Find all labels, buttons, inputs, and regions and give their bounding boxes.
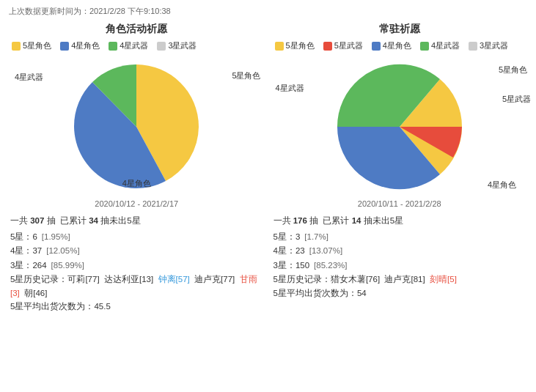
right-chart-section: 常驻祈愿 5星角色 5星武器 4星角色 4星武器 3星武器 (272, 23, 528, 314)
right-legend-color-5star-weapon (323, 42, 332, 51)
right-chart-title: 常驻祈愿 (272, 23, 528, 36)
left-history-甘雨: 甘雨[3] (10, 275, 257, 297)
legend-label-3star-weapon: 3星武器 (168, 40, 197, 51)
right-pie-label-4star-weapon: 4星武器 (276, 83, 304, 94)
legend-label-4star-weapon: 4星武器 (120, 40, 148, 51)
right-stats: 一共 176 抽 已累计 14 抽未出5星 5星：3 [1.7%] 4星：23 … (272, 214, 528, 300)
legend-label-4star-char: 4星角色 (71, 40, 100, 51)
right-legend-color-4star-char (372, 42, 381, 51)
right-star5-row: 5星：3 [1.7%] (273, 230, 528, 245)
right-star3-row: 3星：150 [85.23%] (273, 259, 528, 273)
right-legend-color-4star-weapon (420, 42, 429, 51)
right-pie-label-5star-weapon: 5星武器 (502, 94, 531, 105)
left-chart-title: 角色活动祈愿 (9, 23, 265, 36)
right-legend-5star-char: 5星角色 (275, 40, 315, 51)
right-avg: 5星平均出货次数为：54 (273, 286, 528, 301)
right-legend-label-4star-char: 4星角色 (383, 40, 411, 51)
charts-container: 角色活动祈愿 5星角色 4星角色 4星武器 3星武器 (9, 23, 527, 314)
left-total: 一共 307 抽 已累计 34 抽未出5星 (10, 214, 265, 229)
legend-item-5star-char: 5星角色 (12, 40, 51, 51)
left-stats: 一共 307 抽 已累计 34 抽未出5星 5星：6 [1.95%] 4星：37… (9, 214, 265, 314)
pie-label-4star-weapon-left: 4星武器 (15, 72, 43, 83)
right-pie-label-5star-char: 5星角色 (499, 64, 527, 75)
pie-label-4star-char-left: 4星角色 (122, 178, 151, 189)
left-date-range: 2020/10/12 - 2021/2/17 (9, 199, 265, 208)
right-legend-color-3star-weapon (469, 42, 477, 51)
right-pie-svg (326, 61, 473, 193)
last-update-text: 上次数据更新时间为：2021/2/28 下午9:10:38 (9, 7, 171, 15)
legend-label-5star-char: 5星角色 (23, 40, 51, 51)
left-avg: 5星平均出货次数为：45.5 (10, 300, 265, 314)
legend-item-4star-weapon: 4星武器 (109, 40, 148, 51)
right-legend-4star-char: 4星角色 (372, 40, 411, 51)
right-legend-color-5star-char (275, 42, 284, 51)
right-pie-container: 4星武器 5星角色 5星武器 4星角色 (272, 57, 528, 196)
legend-color-4star-char (60, 42, 69, 51)
right-total: 一共 176 抽 已累计 14 抽未出5星 (273, 214, 528, 229)
legend-color-4star-weapon (109, 42, 117, 51)
right-history-刻晴: 刻晴[5] (430, 275, 457, 284)
right-legend-5star-weapon: 5星武器 (323, 40, 363, 51)
right-date-range: 2020/10/11 - 2021/2/28 (272, 199, 528, 208)
left-chart-legend: 5星角色 4星角色 4星武器 3星武器 (9, 40, 265, 51)
legend-color-3star-weapon (157, 42, 166, 51)
left-star3-row: 3星：264 [85.99%] (10, 259, 265, 273)
left-history-钟离: 钟离[57] (158, 275, 190, 284)
right-star4-row: 4星：23 [13.07%] (273, 244, 528, 259)
left-star4-row: 4星：37 [12.05%] (10, 244, 265, 259)
legend-color-5star-char (12, 42, 21, 51)
legend-item-3star-weapon: 3星武器 (157, 40, 197, 51)
right-legend-3star-weapon: 3星武器 (469, 40, 508, 51)
right-legend-label-5star-weapon: 5星武器 (334, 40, 363, 51)
pie-label-5star-char-left: 5星角色 (232, 70, 260, 81)
right-pie-label-4star-char: 4星角色 (488, 180, 516, 191)
right-legend-label-3star-weapon: 3星武器 (480, 40, 508, 51)
last-update-bar: 上次数据更新时间为：2021/2/28 下午9:10:38 (9, 6, 527, 17)
left-chart-section: 角色活动祈愿 5星角色 4星角色 4星武器 3星武器 (9, 23, 265, 314)
left-history: 5星历史记录：可莉[77] 达达利亚[13] 钟离[57] 迪卢克[77] 甘雨… (10, 273, 265, 300)
right-chart-legend: 5星角色 5星武器 4星角色 4星武器 3星武器 (272, 40, 528, 51)
left-pie-svg (63, 61, 210, 193)
left-pie-container: 4星武器 5星角色 4星角色 (9, 57, 265, 196)
right-legend-4star-weapon: 4星武器 (420, 40, 460, 51)
right-legend-label-5star-char: 5星角色 (286, 40, 315, 51)
right-history: 5星历史记录：猎女木薯[76] 迪卢克[81] 刻晴[5] (273, 273, 528, 286)
legend-item-4star-char: 4星角色 (60, 40, 100, 51)
left-star5-row: 5星：6 [1.95%] (10, 230, 265, 245)
right-legend-label-4star-weapon: 4星武器 (431, 40, 460, 51)
